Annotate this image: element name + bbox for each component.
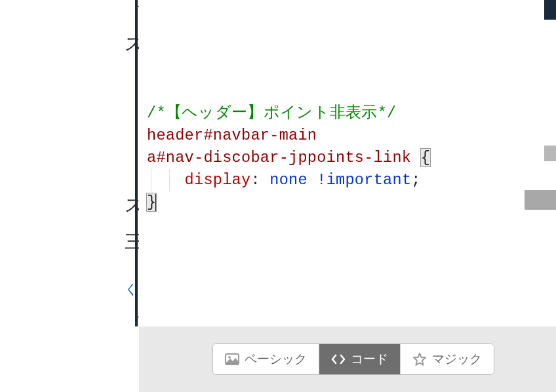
bg-text-fragment: く — [125, 281, 138, 298]
css-comment: /*【ヘッダー】ポイント非表示*/ — [147, 104, 397, 122]
code-content[interactable]: /*【ヘッダー】ポイント非表示*/ header#navbar-main a#n… — [147, 102, 430, 214]
scrollbar-thumb[interactable] — [525, 190, 556, 210]
left-gutter: 「 ス ス 三 く 「 — [0, 0, 138, 392]
code-editor-panel[interactable]: /*【ヘッダー】ポイント非表示*/ header#navbar-main a#n… — [139, 0, 525, 326]
close-brace: } — [147, 193, 156, 211]
code-mode-label: コード — [351, 351, 388, 368]
css-important: !important — [317, 171, 411, 189]
star-icon — [412, 352, 427, 366]
header-fragment — [544, 0, 556, 20]
scrollbar-thumb[interactable] — [544, 146, 556, 161]
open-brace: { — [421, 149, 430, 167]
css-selector: header#navbar-main — [147, 127, 317, 144]
basic-mode-button[interactable]: ベーシック — [213, 344, 319, 374]
magic-mode-button[interactable]: マジック — [401, 344, 494, 374]
magic-mode-label: マジック — [432, 351, 482, 368]
editor-mode-toolbar: ベーシック コード マジック — [139, 326, 556, 392]
code-icon — [331, 352, 346, 366]
css-selector: a#nav-discobar-jppoints-link — [147, 149, 411, 167]
text-cursor — [155, 194, 157, 211]
basic-mode-label: ベーシック — [245, 351, 307, 368]
mode-segmented-control: ベーシック コード マジック — [212, 343, 494, 375]
code-mode-button[interactable]: コード — [319, 344, 401, 374]
image-icon — [225, 352, 239, 366]
css-property: display — [185, 171, 251, 189]
svg-point-1 — [228, 356, 231, 359]
css-value: none — [269, 171, 308, 189]
